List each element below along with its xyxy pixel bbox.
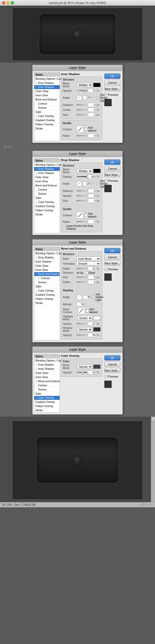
highlight-opacity-slider-3[interactable] bbox=[76, 323, 87, 324]
blending-options-4[interactable]: Blending Options: Custom bbox=[34, 359, 60, 363]
antialias-check-1[interactable] bbox=[84, 128, 87, 131]
drop-shadow-3[interactable]: Drop Shadow bbox=[34, 256, 60, 260]
styles-panel-3[interactable]: Styles Blending Options: Custom Drop Sha… bbox=[34, 247, 60, 341]
cancel-button-2[interactable]: Cancel bbox=[104, 166, 120, 171]
inner-glow-1[interactable]: Inner Glow bbox=[34, 93, 60, 98]
contour-widget-2[interactable] bbox=[76, 212, 84, 219]
radio-down-dot-3[interactable] bbox=[85, 271, 88, 274]
styles-header-4[interactable]: Styles bbox=[34, 354, 60, 359]
size-slider-1[interactable] bbox=[76, 114, 87, 115]
inner-glow-4[interactable]: Inner Glow bbox=[34, 375, 60, 379]
distance-input-1[interactable] bbox=[88, 103, 96, 107]
preview-label-4[interactable]: Preview bbox=[108, 375, 118, 378]
preview-check-4[interactable] bbox=[104, 375, 107, 378]
size-slider-2[interactable] bbox=[76, 200, 87, 201]
shadow-mode-select-3[interactable]: Normal bbox=[77, 327, 92, 331]
texture-1[interactable]: Texture bbox=[34, 106, 60, 110]
choke-slider-1[interactable] bbox=[76, 109, 87, 110]
texture-3[interactable]: Texture bbox=[34, 280, 60, 285]
color-overlay-3[interactable]: Color Overlay bbox=[34, 289, 60, 293]
inner-shadow-3[interactable]: Inner Shadow bbox=[34, 260, 60, 264]
highlight-color-3[interactable] bbox=[93, 316, 100, 320]
altitude-input-3[interactable] bbox=[76, 302, 85, 306]
angle-widget-2[interactable]: ↗ bbox=[76, 181, 82, 187]
spread-input-2[interactable] bbox=[88, 194, 96, 198]
styles-header-2[interactable]: Styles bbox=[34, 159, 60, 163]
ok-button-2[interactable]: OK bbox=[104, 160, 120, 165]
blend-mode-select-1[interactable]: Multiply bbox=[77, 83, 92, 87]
styles-panel-4[interactable]: Styles Blending Options: Custom Drop Sha… bbox=[34, 354, 60, 413]
choke-input-1[interactable] bbox=[88, 108, 96, 112]
antialias-check-3[interactable] bbox=[86, 309, 89, 312]
inner-glow-2[interactable]: Inner Glow bbox=[34, 179, 60, 184]
opacity-handle-1[interactable] bbox=[84, 90, 86, 92]
preview-check-3[interactable] bbox=[104, 268, 107, 271]
ok-button-1[interactable]: OK bbox=[104, 74, 120, 79]
noise-input-1[interactable] bbox=[88, 134, 96, 138]
global-light-check-2[interactable] bbox=[96, 182, 99, 185]
highlight-opacity-input-3[interactable] bbox=[88, 322, 96, 326]
texture-4[interactable]: Texture bbox=[34, 388, 60, 392]
ok-button-4[interactable]: OK bbox=[104, 355, 120, 360]
contour-widget-1[interactable] bbox=[76, 126, 84, 133]
inner-shadow-2[interactable]: Inner Shadow bbox=[34, 171, 60, 175]
stroke-1[interactable]: Stroke bbox=[34, 127, 60, 131]
opacity-slider-1[interactable] bbox=[76, 90, 87, 91]
color-overlay-2[interactable]: Color Overlay bbox=[34, 200, 60, 204]
layer-knocks-check[interactable] bbox=[63, 226, 66, 229]
window-controls[interactable] bbox=[2, 1, 14, 4]
new-style-button-4[interactable]: New Style... bbox=[104, 368, 120, 373]
opacity-input-1[interactable] bbox=[88, 89, 96, 93]
preview-label-1[interactable]: Preview bbox=[108, 93, 118, 96]
preview-label-3[interactable]: Preview bbox=[108, 268, 118, 271]
noise-slider-1[interactable] bbox=[76, 135, 87, 136]
contour-2[interactable]: Contour bbox=[34, 188, 60, 192]
shadow-opacity-input-3[interactable] bbox=[88, 333, 96, 337]
angle-input-1[interactable] bbox=[83, 96, 91, 100]
inner-shadow-4[interactable]: Inner Shadow bbox=[34, 367, 60, 371]
inner-glow-3[interactable]: Inner Glow bbox=[34, 268, 60, 272]
opacity-handle-4[interactable] bbox=[82, 371, 84, 374]
angle-widget-1[interactable]: ↗ bbox=[76, 95, 82, 101]
styles-header-3[interactable]: Styles bbox=[34, 247, 60, 251]
blend-mode-select-2[interactable]: Multiply bbox=[77, 169, 92, 173]
drop-shadow-4[interactable]: Drop Shadow bbox=[34, 363, 60, 367]
style-select-3[interactable]: Inner Bevel bbox=[76, 257, 100, 261]
inner-shadow-1[interactable]: Inner Shadow bbox=[34, 85, 60, 89]
new-style-button-3[interactable]: New Style... bbox=[104, 261, 120, 266]
technique-select-3[interactable]: Smooth bbox=[76, 262, 100, 266]
blending-options-1[interactable]: Blending Options: Custom bbox=[34, 77, 60, 81]
global-light-check-1[interactable] bbox=[96, 96, 99, 99]
distance-slider-2[interactable] bbox=[76, 190, 87, 191]
outer-glow-3[interactable]: Outer Glow bbox=[34, 264, 60, 268]
styles-header-1[interactable]: Styles bbox=[34, 73, 60, 77]
new-style-button-1[interactable]: New Style... bbox=[104, 86, 120, 91]
opacity-handle-2[interactable] bbox=[86, 176, 88, 178]
cancel-button-1[interactable]: Cancel bbox=[104, 80, 120, 85]
blend-color-swatch-2[interactable] bbox=[93, 169, 100, 173]
radio-up-dot-3[interactable] bbox=[76, 271, 79, 274]
bevel-emboss-4[interactable]: Bevel and Emboss bbox=[34, 379, 60, 383]
gradient-overlay-2[interactable]: Gradient Overlay bbox=[34, 204, 60, 208]
pattern-overlay-1[interactable]: Pattern Overlay bbox=[34, 122, 60, 127]
styles-panel-1[interactable]: Styles Blending Options: Custom Drop Sha… bbox=[34, 73, 60, 141]
angle-input-2[interactable] bbox=[83, 182, 91, 186]
spread-slider-2[interactable] bbox=[76, 195, 87, 196]
distance-input-2[interactable] bbox=[88, 189, 96, 193]
vertical-scrollbar[interactable] bbox=[151, 417, 155, 502]
shadow-color-3[interactable] bbox=[93, 327, 100, 331]
antialias-check-2[interactable] bbox=[84, 214, 87, 217]
preview-label-2[interactable]: Preview bbox=[108, 179, 118, 182]
opacity-slider-2[interactable] bbox=[76, 176, 87, 177]
blending-options-3[interactable]: Blending Options: Custom bbox=[34, 251, 60, 256]
opacity-input-2[interactable] bbox=[88, 175, 96, 179]
blend-mode-select-4[interactable]: Normal bbox=[77, 365, 92, 369]
depth-slider-3[interactable] bbox=[76, 268, 87, 269]
gloss-contour-widget-3[interactable] bbox=[78, 307, 85, 314]
maximize-button[interactable] bbox=[11, 1, 14, 4]
bevel-emboss-3[interactable]: Bevel and Emboss bbox=[34, 272, 60, 276]
color-swatch-4[interactable] bbox=[93, 365, 100, 369]
outer-glow-4[interactable]: Outer Glow bbox=[34, 371, 60, 375]
direction-down-3[interactable]: Down bbox=[85, 271, 95, 274]
blend-color-swatch-1[interactable] bbox=[93, 83, 100, 87]
